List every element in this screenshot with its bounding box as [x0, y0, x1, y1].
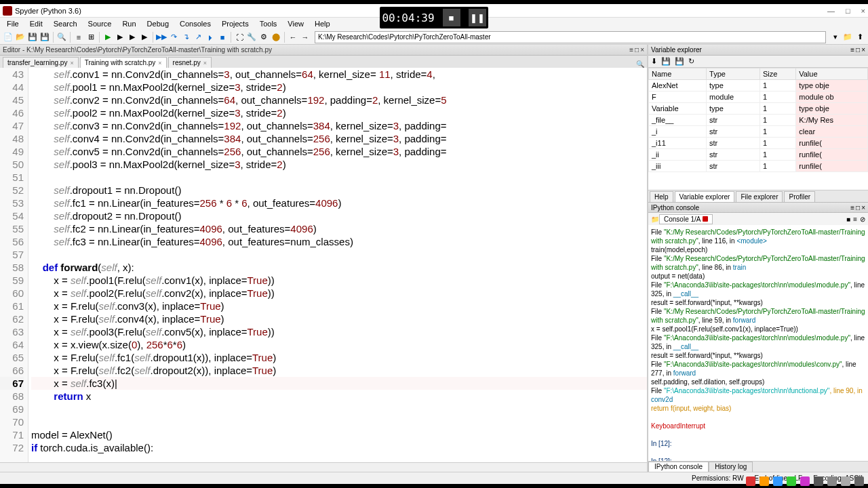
save-icon[interactable]: 💾: [27, 32, 38, 43]
var-row[interactable]: Fmodule1module ob: [649, 92, 868, 103]
editor-tab[interactable]: resnet.py×: [168, 57, 212, 68]
right-tab-profiler[interactable]: Profiler: [784, 191, 815, 202]
bottom-tab-ipython-console[interactable]: IPython console: [648, 462, 709, 472]
step-out-icon[interactable]: ↗: [193, 32, 203, 43]
parent-icon[interactable]: ⬆: [854, 32, 865, 43]
tray-icon[interactable]: [760, 476, 769, 486]
new-file-icon[interactable]: 📄: [3, 32, 14, 43]
var-row[interactable]: AlexNettype1type obje: [649, 80, 868, 92]
status-bar: Permissions: RW End-of-lines: LF Encodin…: [0, 472, 868, 484]
run-icon[interactable]: ▶: [102, 32, 113, 43]
ve-saveas-icon[interactable]: 💾: [675, 57, 684, 66]
save-all-icon[interactable]: 💾: [39, 32, 50, 43]
menu-edit[interactable]: Edit: [26, 20, 47, 28]
tray-icon[interactable]: [814, 476, 823, 486]
editor-undock-icon[interactable]: □: [635, 46, 639, 54]
run-rerun-icon[interactable]: ▶: [139, 32, 150, 43]
right-tab-file-explorer[interactable]: File explorer: [736, 191, 783, 202]
tray-icon[interactable]: [787, 476, 796, 486]
debug-icon[interactable]: ▶▶: [156, 32, 167, 43]
recording-stop-button[interactable]: ■: [443, 9, 460, 26]
ipy-close-icon[interactable]: ×: [861, 204, 865, 211]
code-editor[interactable]: 4344454647484950515253545556575859606162…: [0, 68, 647, 462]
tray-icon[interactable]: [773, 476, 783, 486]
run-selection-icon[interactable]: ▶: [127, 32, 138, 43]
editor-tab[interactable]: transfer_learning.py×: [3, 57, 79, 68]
ve-save-icon[interactable]: 💾: [661, 57, 671, 66]
tab-close-icon[interactable]: ×: [70, 60, 73, 66]
close-button[interactable]: ×: [861, 7, 865, 15]
menu-projects[interactable]: Projects: [218, 20, 253, 28]
lines-icon[interactable]: ≡: [73, 32, 84, 43]
comment-icon[interactable]: ⊞: [85, 32, 96, 43]
search-icon[interactable]: 🔍: [56, 32, 67, 43]
ipy-undock-icon[interactable]: □: [856, 204, 860, 211]
folder-icon[interactable]: ▾: [830, 32, 841, 43]
continue-icon[interactable]: ⏵: [205, 32, 216, 43]
bottom-tab-history-log[interactable]: History log: [709, 462, 753, 472]
tray-icon[interactable]: [854, 476, 864, 486]
console-tab[interactable]: Console 1/A: [659, 214, 713, 224]
ve-opts-icon[interactable]: ≡: [850, 46, 854, 54]
var-col-size[interactable]: Size: [760, 68, 795, 80]
var-row[interactable]: _istr1clear: [649, 126, 868, 138]
menu-file[interactable]: File: [3, 20, 23, 28]
tray-icon[interactable]: [841, 476, 850, 486]
ve-undock-icon[interactable]: □: [856, 46, 860, 54]
ipy-opts-icon[interactable]: ≡: [850, 204, 854, 211]
var-row[interactable]: Variabletype1type obje: [649, 103, 868, 115]
tray-icon[interactable]: [800, 476, 810, 486]
step-over-icon[interactable]: ↷: [168, 32, 179, 43]
console-folder-icon[interactable]: 📁: [651, 216, 659, 223]
menu-view[interactable]: View: [283, 20, 308, 28]
right-tab-help[interactable]: Help: [650, 191, 673, 202]
tray-icon[interactable]: [746, 476, 755, 486]
var-col-value[interactable]: Value: [796, 68, 868, 80]
console-opts-icon[interactable]: ≡: [853, 216, 857, 223]
menu-consoles[interactable]: Consoles: [176, 20, 215, 28]
tab-search-icon[interactable]: 🔍: [636, 60, 644, 68]
ve-refresh-icon[interactable]: ↻: [688, 57, 694, 66]
right-tab-variable-explorer[interactable]: Variable explorer: [675, 191, 735, 202]
run-cell-icon[interactable]: ▶: [115, 32, 125, 43]
ipython-console[interactable]: File "K:/My Research/Codes/Pytorch/PyTor…: [648, 225, 868, 461]
menu-search[interactable]: Search: [50, 20, 81, 28]
var-col-name[interactable]: Name: [649, 68, 707, 80]
prefs-icon[interactable]: ⚙: [258, 32, 269, 43]
browse-icon[interactable]: 📁: [842, 32, 853, 43]
maximize-button[interactable]: □: [846, 7, 850, 15]
python-icon[interactable]: ⬤: [271, 32, 281, 43]
stop-debug-icon[interactable]: ■: [217, 32, 228, 43]
working-dir-input[interactable]: [315, 31, 826, 43]
menu-source[interactable]: Source: [84, 20, 116, 28]
var-row[interactable]: _iistr1runfile(: [649, 149, 868, 161]
open-file-icon[interactable]: 📂: [15, 32, 26, 43]
ve-import-icon[interactable]: ⬇: [651, 57, 657, 66]
console-stop-icon[interactable]: ■: [846, 216, 850, 223]
var-row[interactable]: _iiistr1runfile(: [649, 161, 868, 172]
tab-close-icon[interactable]: ×: [203, 60, 207, 66]
editor-opts-icon[interactable]: ≡: [629, 46, 633, 54]
editor-tab[interactable]: Training with scratch.py×: [80, 57, 167, 68]
var-row[interactable]: _i11str1runfile(: [649, 138, 868, 149]
back-icon[interactable]: ←: [288, 32, 298, 43]
tab-close-icon[interactable]: ×: [158, 60, 161, 66]
editor-close-icon[interactable]: ×: [640, 46, 644, 54]
var-col-type[interactable]: Type: [707, 68, 760, 80]
menu-run[interactable]: Run: [118, 20, 140, 28]
menu-help[interactable]: Help: [311, 20, 334, 28]
menu-debug[interactable]: Debug: [143, 20, 173, 28]
recording-pause-button[interactable]: ❚❚: [469, 9, 486, 26]
step-into-icon[interactable]: ↴: [180, 32, 191, 43]
console-clear-icon[interactable]: ⊘: [860, 216, 865, 223]
variable-table[interactable]: NameTypeSizeValueAlexNettype1type objeFm…: [648, 68, 868, 190]
forward-icon[interactable]: →: [300, 32, 311, 43]
menu-tools[interactable]: Tools: [256, 20, 281, 28]
editor-hscrollbar[interactable]: [0, 462, 647, 472]
var-row[interactable]: _file__str1K:/My Res: [649, 115, 868, 126]
wrench-icon[interactable]: 🔧: [246, 32, 257, 43]
minimize-button[interactable]: —: [827, 7, 835, 15]
tray-icon[interactable]: [827, 476, 837, 486]
ve-close-icon[interactable]: ×: [861, 46, 865, 54]
max-icon[interactable]: ⛶: [234, 32, 245, 43]
